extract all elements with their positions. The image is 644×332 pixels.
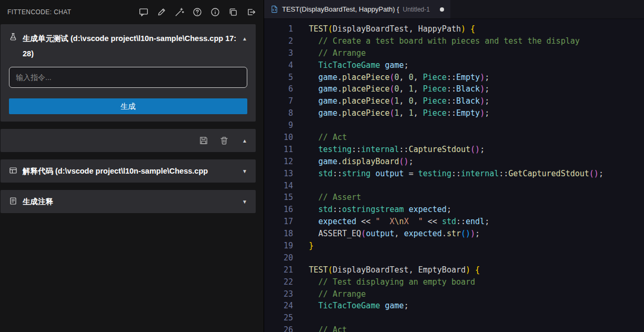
line-content: TicTacToeGame game; [293, 300, 409, 312]
line-content: game.placePiece(0, 0, Piece::Empty); [293, 72, 489, 84]
code-line[interactable]: 15 // Assert [264, 192, 644, 204]
code-line[interactable]: 22 // Test displaying an empty board [264, 276, 644, 288]
code-line[interactable]: 4 TicTacToeGame game; [264, 59, 644, 72]
line-number: 20 [264, 252, 293, 264]
code-line[interactable]: 3 // Arrange [264, 47, 644, 59]
table-icon [9, 166, 18, 176]
line-content: } [293, 240, 314, 252]
line-number: 15 [264, 192, 293, 204]
code-line[interactable]: 16 std::ostringstream expected; [264, 204, 644, 216]
code-line[interactable]: 7 game.placePiece(1, 0, Piece::Black); [264, 95, 644, 107]
line-content: std::ostringstream expected; [293, 204, 451, 216]
result-actions-card: ▲ [1, 129, 256, 152]
code-line[interactable]: 12 game.displayBoard(); [264, 156, 644, 168]
line-content: testing::internal::CaptureStdout(); [293, 144, 485, 156]
line-number: 19 [264, 240, 293, 252]
save-icon[interactable] [198, 135, 209, 146]
code-line[interactable]: 23 // Arrange [264, 288, 644, 300]
line-number: 5 [264, 72, 293, 84]
line-number: 7 [264, 95, 293, 107]
line-content: // Assert [293, 192, 361, 204]
line-number: 3 [264, 47, 293, 59]
generate-unit-test-header[interactable]: 生成单元测试 (d:\vscode project\l10n-sample\Ch… [1, 24, 256, 62]
code-line[interactable]: 9 [264, 119, 644, 132]
explain-code-title: 解释代码 (d:\vscode project\l10n-sample\Ches… [23, 166, 237, 176]
line-number: 26 [264, 324, 293, 332]
tab-untitled-1[interactable]: TEST(DisplayBoardTest, HappyPath) { Unti… [264, 0, 450, 18]
code-line[interactable]: 25 [264, 312, 644, 324]
line-content: // Act [293, 132, 347, 144]
line-number: 22 [264, 276, 293, 288]
line-content: game.displayBoard(); [293, 156, 414, 168]
modified-indicator[interactable] [440, 7, 444, 12]
explain-code-card[interactable]: 解释代码 (d:\vscode project\l10n-sample\Ches… [1, 159, 256, 183]
line-content: TEST(DisplayBoardTest, HappyPath) { [293, 23, 475, 35]
comment-icon[interactable] [138, 7, 149, 18]
magic-wand-icon[interactable] [174, 7, 185, 18]
code-line[interactable]: 26 // Act [264, 324, 644, 332]
generate-comments-card[interactable]: 生成注释 ▼ [1, 190, 256, 213]
export-icon[interactable] [245, 7, 256, 18]
code-area: 1TEST(DisplayBoardTest, HappyPath) {2 //… [264, 19, 644, 332]
code-line[interactable]: 19} [264, 240, 644, 252]
code-line[interactable]: 11 testing::internal::CaptureStdout(); [264, 144, 644, 156]
collapse-icon[interactable]: ▲ [242, 31, 247, 46]
line-number: 17 [264, 216, 293, 228]
line-content: game.placePiece(1, 0, Piece::Black); [293, 95, 489, 107]
code-line[interactable]: 14 [264, 180, 644, 192]
line-number: 16 [264, 204, 293, 216]
line-number: 14 [264, 180, 293, 192]
code-line[interactable]: 5 game.placePiece(0, 0, Piece::Empty); [264, 72, 644, 84]
expand-icon[interactable]: ▼ [242, 199, 247, 205]
line-number: 11 [264, 144, 293, 156]
code-line[interactable]: 24 TicTacToeGame game; [264, 300, 644, 312]
generate-comments-title: 生成注释 [23, 197, 237, 207]
line-number: 9 [264, 119, 293, 132]
line-number: 4 [264, 59, 293, 72]
instruction-input[interactable] [9, 67, 247, 88]
line-content: game.placePiece(0, 1, Piece::Black); [293, 83, 489, 95]
line-content: TicTacToeGame game; [293, 59, 409, 72]
line-content: // Arrange [293, 47, 366, 59]
help-icon[interactable] [192, 7, 203, 18]
generate-button[interactable]: 生成 [9, 98, 247, 114]
code-line[interactable]: 13 std::string output = testing::interna… [264, 168, 644, 180]
trash-icon[interactable] [218, 135, 229, 146]
line-content: // Arrange [293, 288, 366, 300]
code-line[interactable]: 1TEST(DisplayBoardTest, HappyPath) { [264, 23, 644, 35]
line-number: 21 [264, 264, 293, 276]
line-content: TEST(DisplayBoardTest, EmptyBoard) { [293, 264, 480, 276]
line-number: 24 [264, 300, 293, 312]
code-lines: 1TEST(DisplayBoardTest, HappyPath) {2 //… [264, 23, 644, 332]
code-line[interactable]: 10 // Act [264, 132, 644, 144]
code-line[interactable]: 18 ASSERT_EQ(output, expected.str()); [264, 228, 644, 240]
editor-pane: TEST(DisplayBoardTest, HappyPath) { Unti… [264, 0, 644, 332]
expand-icon[interactable]: ▼ [242, 168, 247, 174]
info-icon[interactable] [209, 7, 220, 18]
tab-title: TEST(DisplayBoardTest, HappyPath) { [282, 5, 399, 13]
line-number: 13 [264, 168, 293, 180]
code-line[interactable]: 8 game.placePiece(1, 1, Piece::Empty); [264, 107, 644, 119]
line-number: 6 [264, 83, 293, 95]
line-content: std::string output = testing::internal::… [293, 168, 603, 180]
code-line[interactable]: 6 game.placePiece(0, 1, Piece::Black); [264, 83, 644, 95]
line-content [293, 252, 309, 264]
sidebar-title: FITTENCODE: CHAT [7, 8, 72, 16]
line-number: 8 [264, 107, 293, 119]
collapse-result-icon[interactable]: ▲ [242, 138, 247, 144]
code-line[interactable]: 17 expected << " X\nX " << std::endl; [264, 216, 644, 228]
code-line[interactable]: 2 // Create a test board with pieces and… [264, 35, 644, 47]
sidebar-header: FITTENCODE: CHAT [0, 0, 264, 24]
line-number: 18 [264, 228, 293, 240]
line-content [293, 180, 309, 192]
generate-unit-test-title: 生成单元测试 (d:\vscode project\l10n-sample\Ch… [23, 31, 237, 62]
line-number: 23 [264, 288, 293, 300]
code-line[interactable]: 20 [264, 252, 644, 264]
line-content: expected << " X\nX " << std::endl; [293, 216, 489, 228]
line-number: 10 [264, 132, 293, 144]
cpp-file-icon [270, 5, 278, 13]
code-line[interactable]: 21TEST(DisplayBoardTest, EmptyBoard) { [264, 264, 644, 276]
copy-icon[interactable] [227, 7, 238, 18]
line-content: // Act [293, 324, 347, 332]
edit-pencil-icon[interactable] [156, 7, 167, 18]
